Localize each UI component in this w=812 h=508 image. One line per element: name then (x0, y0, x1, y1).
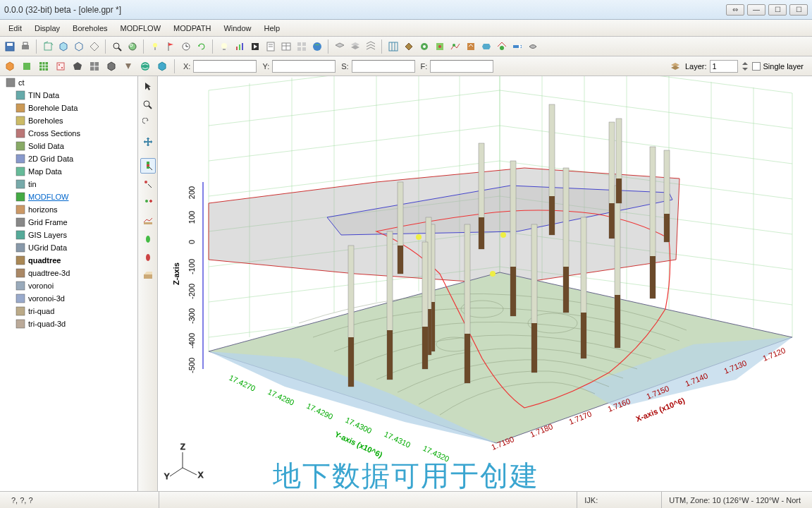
refresh-icon[interactable] (195, 40, 209, 54)
coord-f-input[interactable] (430, 60, 493, 73)
select-obj-tool-icon[interactable] (140, 158, 156, 174)
tree-item[interactable]: voronoi (0, 279, 137, 292)
spinner-arrows-icon[interactable] (741, 61, 749, 72)
menu-help[interactable]: Help (259, 22, 286, 35)
p4-icon[interactable] (464, 40, 478, 54)
poly-icon[interactable] (70, 59, 85, 73)
layer2-icon[interactable] (348, 40, 362, 54)
grid-green-icon[interactable] (37, 59, 51, 73)
fence2-tool-icon[interactable] (140, 268, 156, 284)
single-layer-checkbox[interactable] (752, 62, 761, 71)
zoom-icon[interactable] (110, 40, 124, 54)
bulb-icon[interactable] (217, 40, 231, 54)
table-icon[interactable] (279, 40, 293, 54)
rotate-tool-icon[interactable] (140, 116, 156, 131)
sheet-icon[interactable] (264, 40, 278, 54)
cube-green-icon[interactable] (20, 59, 34, 73)
p5-icon[interactable] (479, 40, 493, 54)
box2-icon[interactable] (56, 40, 70, 54)
zoom-tool-icon[interactable] (140, 97, 156, 113)
tree-item[interactable]: tri-quad-3d (0, 318, 137, 330)
p6-icon[interactable] (495, 40, 509, 54)
tree-item[interactable]: GIS Layers (0, 229, 137, 241)
arrow-tool-icon[interactable] (140, 79, 156, 95)
layer1-icon[interactable] (333, 40, 347, 54)
parrow-icon[interactable] (121, 59, 135, 73)
restore-icon[interactable]: ⇔ (726, 4, 744, 16)
grid2-icon[interactable] (87, 59, 102, 73)
p2-icon[interactable] (433, 40, 447, 54)
tree-item[interactable]: voronoi-3d (0, 292, 137, 305)
box1-icon[interactable] (41, 40, 55, 54)
mesh2-icon[interactable] (402, 40, 416, 54)
tree-item[interactable]: Cross Sections (0, 127, 137, 140)
tree-label: horizons (28, 205, 58, 214)
tree-item[interactable]: Boreholes (0, 114, 137, 127)
grid-icon[interactable] (295, 40, 309, 54)
svg-rect-3 (23, 42, 27, 45)
fence-tool-icon[interactable] (140, 213, 156, 229)
menu-edit[interactable]: Edit (3, 22, 27, 35)
tree-item[interactable]: MODFLOW (0, 190, 137, 203)
maximize-icon[interactable]: ☐ (768, 4, 787, 16)
diamond-icon[interactable] (87, 40, 102, 54)
light-icon[interactable] (148, 40, 162, 54)
tree-item[interactable]: Map Data (0, 165, 137, 178)
minimize-icon[interactable]: — (747, 4, 765, 16)
layer3-icon[interactable] (364, 40, 378, 54)
p3-icon[interactable] (448, 40, 462, 54)
red-marker-icon[interactable] (140, 250, 156, 265)
menu-window[interactable]: Window (218, 22, 257, 35)
tree-item[interactable]: Grid Frame (0, 216, 137, 229)
tree-item[interactable]: horizons (0, 203, 137, 216)
tree-item[interactable]: 2D Grid Data (0, 152, 137, 165)
coord-s-input[interactable] (352, 60, 415, 73)
tree-item[interactable]: Borehole Data (0, 102, 137, 114)
green-marker-icon[interactable] (140, 231, 156, 247)
print-icon[interactable] (18, 40, 32, 54)
globe2-icon[interactable] (138, 59, 152, 73)
tree-label: quadtree (28, 256, 61, 265)
cube3-icon[interactable] (104, 59, 118, 73)
layer-spinner[interactable]: 1 (710, 60, 738, 73)
tree-item[interactable]: ct (0, 76, 137, 89)
menu-display[interactable]: Display (29, 22, 66, 35)
clock-icon[interactable] (179, 40, 193, 54)
p7-icon[interactable] (510, 40, 524, 54)
mesh1-icon[interactable] (386, 40, 400, 54)
zoom-world-icon[interactable] (125, 40, 140, 54)
tree-item[interactable]: tin (0, 178, 137, 190)
p1-icon[interactable] (417, 40, 431, 54)
pan-tool-icon[interactable] (140, 134, 156, 150)
globe-icon[interactable] (310, 40, 324, 54)
p8-icon[interactable] (526, 40, 540, 54)
tree-item[interactable]: tri-quad (0, 305, 137, 318)
tin-icon (16, 90, 25, 100)
tree-item[interactable]: quadtree (0, 254, 137, 267)
layer-icon[interactable] (668, 59, 682, 73)
coord-y-input[interactable] (272, 60, 336, 73)
coord-x-input[interactable] (193, 60, 257, 73)
add-tool-icon[interactable] (140, 195, 156, 210)
svg-line-98 (209, 126, 500, 161)
save-icon[interactable] (3, 40, 17, 54)
close-small-icon[interactable]: ☐ (789, 4, 808, 16)
viewport-3d[interactable]: Z-axis 200 100 0 -100 -200 -300 -400 -50… (158, 76, 812, 491)
cube-orange-icon[interactable] (3, 59, 17, 73)
dice-icon[interactable] (54, 59, 68, 73)
tree-item[interactable]: UGrid Data (0, 241, 137, 254)
flag-icon[interactable] (164, 40, 178, 54)
box3-icon[interactable] (72, 40, 86, 54)
menu-boreholes[interactable]: Boreholes (67, 22, 113, 35)
point-tool-icon[interactable] (140, 176, 156, 192)
menu-modpath[interactable]: MODPATH (168, 22, 216, 35)
tree-item[interactable]: quadtree-3d (0, 267, 137, 279)
tree-item[interactable]: Solid Data (0, 140, 137, 152)
tree-item[interactable]: TIN Data (0, 89, 137, 102)
project-tree[interactable]: ctTIN DataBorehole DataBoreholesCross Se… (0, 76, 138, 491)
chart-icon[interactable] (233, 40, 247, 54)
menu-modflow[interactable]: MODFLOW (115, 22, 166, 35)
svg-rect-63 (16, 142, 25, 150)
cube-blue-icon[interactable] (155, 59, 169, 73)
play-icon[interactable] (248, 40, 262, 54)
